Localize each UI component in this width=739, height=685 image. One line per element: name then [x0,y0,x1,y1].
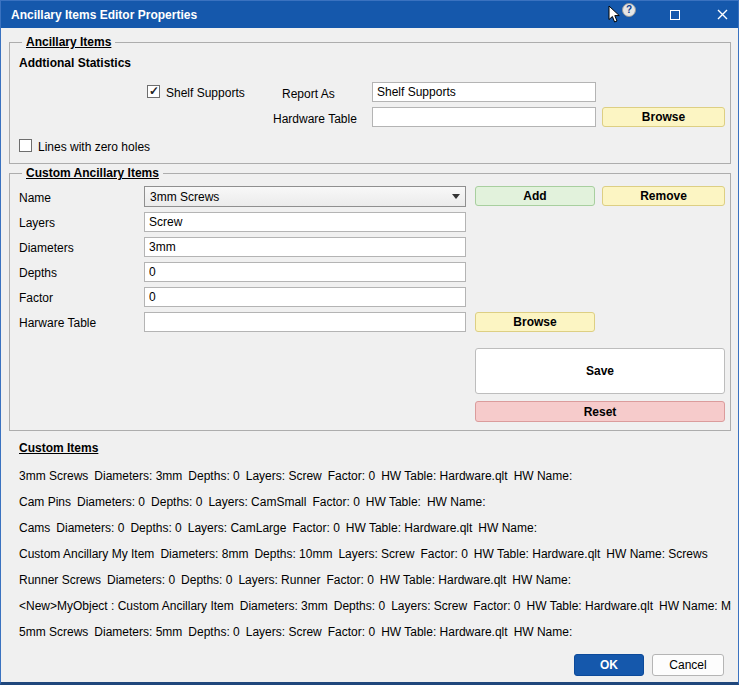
custom-item-row: Cams Diameters: 0 Depths: 0 Layers: CamL… [19,521,731,536]
item-factor: Factor: 0 [473,599,520,614]
item-name: Cam Pins [19,495,71,510]
item-depths: Depths: 0 [334,599,385,614]
item-depths: Depths: 0 [188,625,239,640]
name-label: Name [19,191,51,205]
custom-ancillary-items-group: Custom Ancillary Items Name 3mm Screws A… [9,173,731,431]
factor-label: Factor [19,291,53,305]
chevron-down-icon [452,194,460,199]
additional-statistics-label: Addtional Statistics [19,56,131,70]
custom-item-row: Custom Ancillary My Item Diameters: 8mm … [19,547,731,562]
item-depths: Depths: 0 [151,495,202,510]
item-hw-table: HW Table: Hardware.qlt [381,625,508,640]
ok-button[interactable]: OK [574,654,644,676]
item-diameters: Diameters: 3mm [240,599,328,614]
item-diameters: Diameters: 0 [107,573,175,588]
harware-table-input[interactable] [144,312,466,332]
item-hw-table: HW Table: [366,495,421,510]
item-name: <New>MyObject : Custom Ancillary Item [19,599,234,614]
item-diameters: Diameters: 0 [77,495,145,510]
item-factor: Factor: 0 [326,573,373,588]
item-hw-name: HW Name: [512,573,571,588]
item-hw-table: HW Table: Hardware.qlt [474,547,601,562]
item-layers: Layers: Runner [238,573,320,588]
item-layers: Layers: CamLarge [188,521,287,536]
lines-with-zero-holes-checkbox[interactable] [19,139,32,152]
item-depths: Depths: 10mm [254,547,332,562]
layers-label: Layers [19,216,55,230]
hardware-table-input[interactable] [372,107,596,127]
titlebar[interactable]: Ancillary Items Editor Properties ? [1,1,738,28]
item-layers: Layers: CamSmall [208,495,306,510]
close-icon [717,9,728,20]
add-button[interactable]: Add [475,186,595,206]
harware-table-browse-button[interactable]: Browse [475,312,595,332]
item-depths: Depths: 0 [130,521,181,536]
report-as-input[interactable] [372,82,596,102]
item-diameters: Diameters: 8mm [160,547,248,562]
item-depths: Depths: 0 [181,573,232,588]
name-combobox-value: 3mm Screws [150,190,219,204]
maximize-icon [670,10,680,20]
item-factor: Factor: 0 [328,625,375,640]
item-hw-table: HW Table: Hardware.qlt [381,469,508,484]
ancillary-items-editor-dialog: Ancillary Items Editor Properties ? Anci… [0,0,739,685]
custom-item-row: 5mm Screws Diameters: 5mm Depths: 0 Laye… [19,625,731,640]
depths-label: Depths [19,266,57,280]
item-factor: Factor: 0 [292,521,339,536]
layers-input[interactable] [144,212,466,232]
item-name: Runner Screws [19,573,101,588]
help-cursor-icon: ? [622,3,636,17]
close-button[interactable] [706,1,738,28]
custom-item-row: 3mm Screws Diameters: 3mm Depths: 0 Laye… [19,469,731,484]
item-factor: Factor: 0 [420,547,467,562]
remove-button[interactable]: Remove [602,186,725,206]
item-hw-table: HW Table: Hardware.qlt [380,573,507,588]
item-name: Cams [19,521,50,536]
item-name: 5mm Screws [19,625,88,640]
item-layers: Layers: Screw [246,625,322,640]
ancillary-items-group: Ancillary Items Addtional Statistics She… [9,42,731,164]
item-diameters: Diameters: 3mm [94,469,182,484]
shelf-supports-label: Shelf Supports [166,86,245,100]
item-hw-name: HW Name: [478,521,537,536]
name-combobox[interactable]: 3mm Screws [144,186,466,207]
item-hw-name: HW Name: [514,625,573,640]
item-diameters: Diameters: 0 [56,521,124,536]
diameters-input[interactable] [144,237,466,257]
custom-ancillary-items-group-legend: Custom Ancillary Items [22,166,163,180]
item-layers: Layers: Screw [246,469,322,484]
window-title: Ancillary Items Editor Properties [11,8,197,22]
item-hw-name: HW Name: Screws [606,547,707,562]
custom-item-row: Cam Pins Diameters: 0 Depths: 0 Layers: … [19,495,731,510]
item-layers: Layers: Screw [338,547,414,562]
shelf-supports-checkbox[interactable] [147,85,160,98]
item-hw-table: HW Table: Hardware.qlt [527,599,654,614]
custom-item-row: Runner Screws Diameters: 0 Depths: 0 Lay… [19,573,731,588]
depths-input[interactable] [144,262,466,282]
cancel-button[interactable]: Cancel [652,654,724,676]
ancillary-items-group-legend: Ancillary Items [22,35,115,49]
custom-item-row: <New>MyObject : Custom Ancillary Item Di… [19,599,731,614]
item-depths: Depths: 0 [188,469,239,484]
hardware-table-label: Hardware Table [273,112,357,126]
reset-button[interactable]: Reset [475,401,725,422]
lines-with-zero-holes-label: Lines with zero holes [38,140,150,154]
report-as-label: Report As [282,87,335,101]
item-layers: Layers: Screw [391,599,467,614]
item-diameters: Diameters: 5mm [94,625,182,640]
item-factor: Factor: 0 [312,495,359,510]
diameters-label: Diameters [19,241,74,255]
custom-items-header: Custom Items [19,441,98,455]
item-name: 3mm Screws [19,469,88,484]
item-hw-name: HW Name: [427,495,486,510]
item-name: Custom Ancillary My Item [19,547,154,562]
save-button[interactable]: Save [475,348,725,394]
item-hw-name: HW Name: [514,469,573,484]
harware-table-label: Harware Table [19,316,96,330]
item-hw-table: HW Table: Hardware.qlt [346,521,473,536]
item-hw-name: HW Name: MyNewObject [659,599,731,614]
maximize-button[interactable] [659,1,691,28]
factor-input[interactable] [144,287,466,307]
hardware-table-browse-button[interactable]: Browse [602,107,725,127]
item-factor: Factor: 0 [328,469,375,484]
